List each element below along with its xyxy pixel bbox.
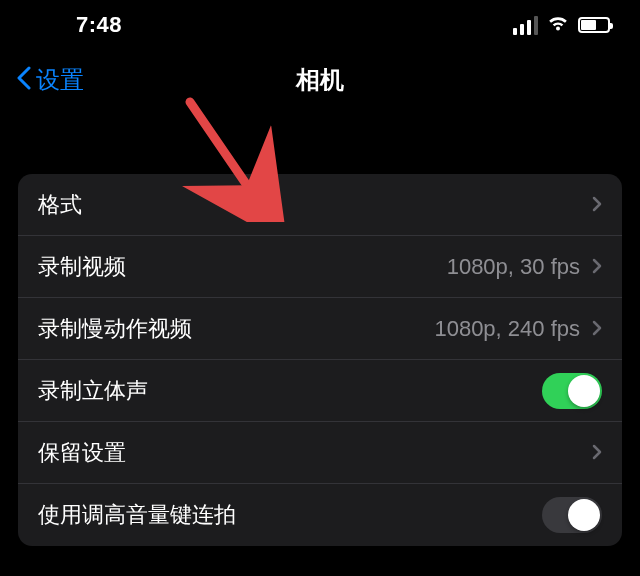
back-label: 设置 — [36, 64, 84, 96]
chevron-right-icon — [592, 316, 602, 342]
row-value: 1080p, 30 fps — [447, 254, 580, 280]
row-record-slomo[interactable]: 录制慢动作视频 1080p, 240 fps — [18, 298, 622, 360]
settings-group: 格式 录制视频 1080p, 30 fps 录制慢动作视频 1080p, 240… — [18, 174, 622, 546]
row-label: 录制慢动作视频 — [38, 314, 192, 344]
chevron-right-icon — [592, 192, 602, 218]
nav-bar: 设置 相机 — [0, 50, 640, 110]
row-value: 1080p, 240 fps — [434, 316, 580, 342]
chevron-right-icon — [592, 254, 602, 280]
cellular-icon — [513, 16, 539, 35]
wifi-icon — [546, 14, 570, 36]
volume-burst-toggle[interactable] — [542, 497, 602, 533]
battery-icon — [578, 17, 610, 33]
row-record-video[interactable]: 录制视频 1080p, 30 fps — [18, 236, 622, 298]
chevron-right-icon — [592, 440, 602, 466]
row-label: 格式 — [38, 190, 82, 220]
status-icons — [513, 14, 611, 36]
row-stereo: 录制立体声 — [18, 360, 622, 422]
row-volume-burst: 使用调高音量键连拍 — [18, 484, 622, 546]
back-button[interactable]: 设置 — [16, 64, 84, 96]
page-title: 相机 — [296, 64, 344, 96]
stereo-toggle[interactable] — [542, 373, 602, 409]
row-label: 保留设置 — [38, 438, 126, 468]
row-format[interactable]: 格式 — [18, 174, 622, 236]
row-label: 录制视频 — [38, 252, 126, 282]
row-label: 录制立体声 — [38, 376, 148, 406]
row-preserve[interactable]: 保留设置 — [18, 422, 622, 484]
status-time: 7:48 — [76, 12, 122, 38]
chevron-left-icon — [16, 65, 32, 95]
row-label: 使用调高音量键连拍 — [38, 500, 236, 530]
status-bar: 7:48 — [0, 0, 640, 50]
